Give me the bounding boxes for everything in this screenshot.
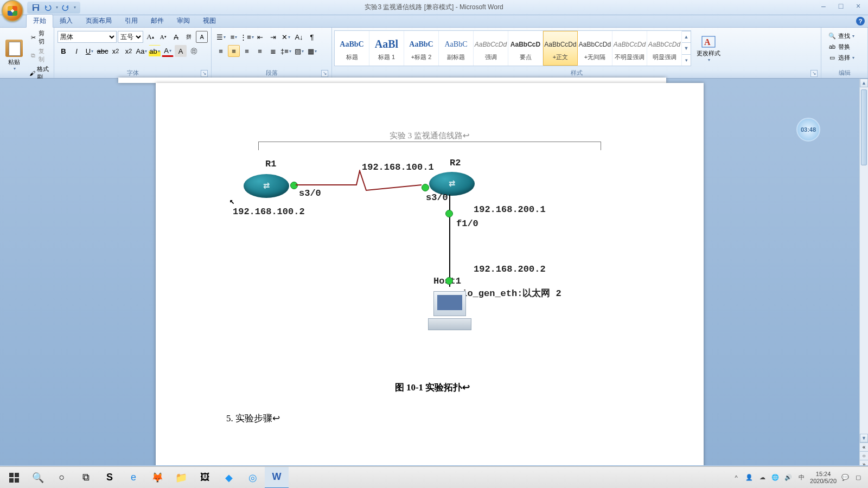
find-button[interactable]: 🔍查找▾: [826, 31, 863, 41]
prev-page-button[interactable]: «: [860, 442, 868, 451]
show-marks-button[interactable]: ¶: [306, 31, 318, 43]
tab-view[interactable]: 视图: [196, 15, 222, 27]
style-item-2[interactable]: AaBbC+标题 2: [404, 31, 439, 66]
change-case-button[interactable]: Aa▾: [136, 45, 148, 57]
underline-button[interactable]: U▾: [84, 45, 95, 57]
style-item-4[interactable]: AaBbCcDd强调: [474, 31, 508, 66]
ime-icon[interactable]: 中: [797, 473, 806, 481]
tray-overflow-icon[interactable]: ^: [732, 474, 741, 481]
subscript-button[interactable]: x2: [110, 45, 122, 57]
align-center-button[interactable]: ≡: [228, 45, 240, 57]
start-button[interactable]: [2, 467, 26, 489]
borders-button[interactable]: ▦▾: [306, 45, 318, 57]
tab-home[interactable]: 开始: [26, 14, 53, 28]
search-button[interactable]: 🔍: [26, 467, 50, 489]
redo-icon[interactable]: [61, 3, 70, 12]
distribute-button[interactable]: ≣: [267, 45, 279, 57]
tab-review[interactable]: 审阅: [170, 15, 196, 27]
font-launcher-icon[interactable]: ↘: [201, 70, 208, 77]
select-button[interactable]: ▭选择▾: [826, 53, 863, 62]
document-page[interactable]: 实验 3 监视通信线路↩ R1 s3/0 192.168.100.2 192.1…: [156, 83, 704, 468]
scroll-thumb[interactable]: [861, 89, 867, 165]
app-photos-icon[interactable]: 🖼: [193, 467, 217, 489]
grow-font-button[interactable]: A▴: [144, 31, 156, 43]
change-styles-button[interactable]: A 更改样式 ▾: [693, 32, 724, 65]
scroll-up-button[interactable]: ▲: [860, 79, 868, 87]
bold-button[interactable]: B: [58, 45, 69, 57]
style-item-7[interactable]: AaBbCcDd+无间隔: [578, 31, 612, 66]
shrink-font-button[interactable]: A▾: [157, 31, 169, 43]
browse-object-button[interactable]: ○: [860, 451, 868, 460]
office-button[interactable]: [2, 0, 23, 22]
replace-button[interactable]: ab替换: [826, 42, 863, 52]
clear-format-button[interactable]: A̶: [170, 31, 182, 43]
taskview-button[interactable]: ⧉: [74, 467, 98, 489]
style-item-9[interactable]: AaBbCcDd明显强调: [647, 31, 682, 66]
font-family-select[interactable]: 黑体: [58, 31, 117, 43]
onedrive-icon[interactable]: ☁: [758, 474, 767, 481]
maximize-button[interactable]: □: [833, 1, 848, 11]
asian-layout-button[interactable]: ✕▾: [280, 31, 292, 43]
style-item-3[interactable]: AaBbC副标题: [439, 31, 474, 66]
indent-inc-button[interactable]: ⇥: [267, 31, 279, 43]
tab-references[interactable]: 引用: [118, 15, 144, 27]
align-right-button[interactable]: ≡: [241, 45, 253, 57]
numbering-button[interactable]: ≡▾: [228, 31, 240, 43]
undo-dropdown-icon[interactable]: ▾: [56, 5, 58, 10]
vertical-scrollbar[interactable]: ▲ ▼ « ○ »: [859, 79, 868, 468]
indent-dec-button[interactable]: ⇤: [254, 31, 266, 43]
gallery-down-button[interactable]: ▼: [682, 42, 691, 54]
highlight-button[interactable]: ab▾: [149, 45, 161, 57]
clock[interactable]: 15:242020/5/20: [810, 471, 837, 485]
app-firefox-icon[interactable]: 🦊: [145, 467, 169, 489]
sort-button[interactable]: A↓: [293, 31, 305, 43]
notification-icon[interactable]: 💬: [841, 474, 850, 481]
phonetic-button[interactable]: 拼: [183, 31, 195, 43]
style-item-1[interactable]: AaBl标题 1: [369, 31, 404, 66]
multilevel-button[interactable]: ⋮≡▾: [241, 31, 253, 43]
tab-pagelayout[interactable]: 页面布局: [79, 15, 118, 27]
styles-launcher-icon[interactable]: ↘: [810, 70, 818, 77]
copy-button[interactable]: ⧉复制: [27, 47, 52, 64]
style-item-0[interactable]: AaBbC标题: [335, 31, 369, 66]
style-item-6[interactable]: AaBbCcDd+正文: [543, 31, 578, 66]
char-border-button[interactable]: A: [196, 31, 208, 43]
font-color-button[interactable]: A▾: [162, 45, 174, 57]
gallery-more-button[interactable]: ▾: [682, 54, 691, 66]
action-center-icon[interactable]: ▢: [854, 474, 863, 481]
app-word-icon[interactable]: W: [265, 467, 289, 489]
scroll-down-button[interactable]: ▼: [860, 434, 868, 442]
undo-icon[interactable]: [43, 3, 52, 12]
people-icon[interactable]: 👤: [745, 474, 754, 481]
help-icon[interactable]: ?: [856, 17, 865, 25]
app-generic-icon[interactable]: ◎: [241, 467, 265, 489]
cortana-button[interactable]: ○: [50, 467, 74, 489]
cut-button[interactable]: ✂剪切: [27, 29, 52, 46]
line-spacing-button[interactable]: ‡≡▾: [280, 45, 292, 57]
char-shading-button[interactable]: A: [175, 45, 187, 57]
qat-customize-icon[interactable]: ▾: [74, 5, 76, 10]
timer-badge[interactable]: 03:48: [796, 118, 820, 142]
shading-button[interactable]: ▨▾: [293, 45, 305, 57]
style-item-8[interactable]: AaBbCcDd不明显强调: [612, 31, 647, 66]
change-styles-dropdown-icon[interactable]: ▾: [708, 57, 710, 62]
app-explorer-icon[interactable]: 📁: [169, 467, 193, 489]
font-size-select[interactable]: 五号: [118, 31, 143, 43]
style-item-5[interactable]: AaBbCcD要点: [508, 31, 543, 66]
tab-mailings[interactable]: 邮件: [144, 15, 170, 27]
app-edge-icon[interactable]: e: [122, 467, 145, 489]
network-icon[interactable]: 🌐: [771, 474, 780, 481]
enclose-button[interactable]: ㊐: [188, 45, 200, 57]
superscript-button[interactable]: x2: [123, 45, 135, 57]
align-justify-button[interactable]: ≡: [254, 45, 266, 57]
volume-icon[interactable]: 🔊: [784, 474, 793, 481]
paste-button[interactable]: 粘贴 ▾: [2, 38, 26, 72]
paste-dropdown-icon[interactable]: ▾: [14, 66, 16, 71]
close-button[interactable]: ×: [851, 1, 866, 11]
app-dingtalk-icon[interactable]: ◆: [217, 467, 241, 489]
bullets-button[interactable]: ☰▾: [215, 31, 227, 43]
gallery-up-button[interactable]: ▲: [682, 31, 691, 42]
align-left-button[interactable]: ≡: [215, 45, 227, 57]
minimize-button[interactable]: –: [816, 1, 831, 11]
italic-button[interactable]: I: [71, 45, 82, 57]
